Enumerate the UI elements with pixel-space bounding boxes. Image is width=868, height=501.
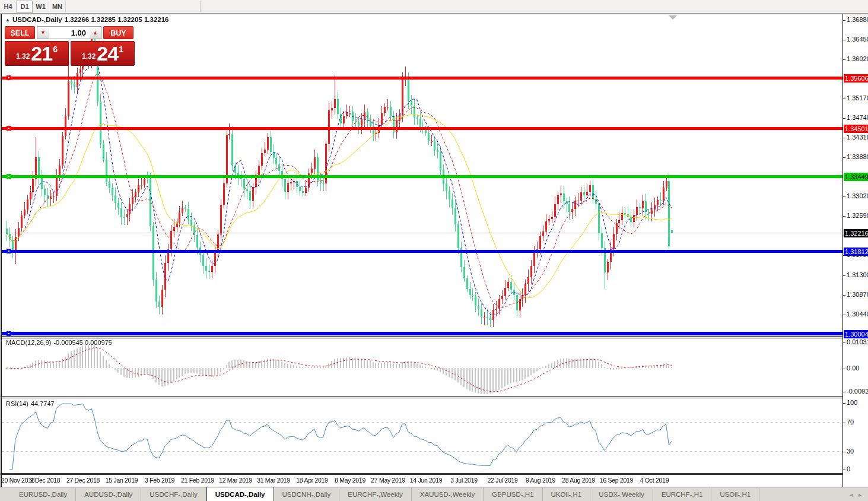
rsi-tick-mark [843,423,845,423]
date-tick-label: 9 Aug 2019 [521,477,560,484]
timeframe-button-h4[interactable]: H4 [0,1,17,12]
volume-input[interactable] [49,26,90,39]
date-tick-label: 9 Dec 2018 [26,477,65,484]
sell-price-big: 21 [31,42,52,65]
hline-price-label: 1.35606 [844,74,868,83]
tab-usdxweekly[interactable]: USDX-,Weekly [590,488,653,501]
date-tick-label: 15 Jan 2019 [102,477,141,484]
date-tick-label: 22 Jul 2019 [483,477,522,484]
chart-tabs: EURUSD-,DailyAUDUSD-,DailyUSDCHF-,DailyU… [0,487,759,501]
price-chart-canvas[interactable] [0,14,842,487]
rsi-indicator-label: RSI(14)44.7747 [6,400,57,407]
rsi-tick-label: 30 [847,448,854,455]
price-tick-mark [843,59,845,60]
timeframe-button-w1[interactable]: W1 [33,1,49,12]
date-tick-label: 28 Aug 2019 [559,477,598,484]
macd-tick-label: -0.009203 [847,388,868,395]
price-tick-label: 1.36880 [847,16,868,23]
price-tick-mark [843,118,845,119]
tab-gbpusdh1[interactable]: GBPUSD-,H1 [484,488,542,501]
tab-ukoilh1[interactable]: UKOil-,H1 [543,488,591,501]
sell-price-sup: 6 [53,45,58,54]
macd-tick-mark [843,369,845,369]
sell-price-prefix: 1.32 [16,52,30,61]
tab-xauusdweekly[interactable]: XAUUSD-,Weekly [412,488,484,501]
price-tick-label: 1.36020 [847,55,868,62]
date-tick-label: 3 Feb 2019 [140,477,179,484]
rsi-tick-label: 100 [847,399,857,406]
rsi-tick-mark [843,452,845,452]
date-tick-label: 16 Sep 2019 [597,477,636,484]
date-tick-label: 27 Dec 2018 [63,477,103,484]
price-tick-label: 1.32590 [847,212,868,219]
date-tick-label: 18 Apr 2019 [292,477,332,484]
tab-audusddaily[interactable]: AUDUSD-,Daily [76,488,141,501]
price-tick-label: 1.30870 [847,291,868,298]
one-click-trading-panel: SELL ▼ ▲ BUY 1.32 21 6 1.32 24 1 [5,26,135,66]
date-tick-label: 21 Feb 2019 [178,477,217,484]
timeframe-button-d1[interactable]: D1 [17,1,33,13]
volume-increase-icon[interactable]: ▲ [90,26,101,39]
price-tick-mark [843,20,845,21]
tab-eurchfh1[interactable]: EURCHF-,H1 [653,488,712,501]
chart-header: ▲USDCAD-,Daily1.32266 1.32285 1.32205 1.… [5,16,171,23]
hline-price-label: 1.30004 [844,330,868,338]
price-tick-mark [843,99,845,99]
hline-price-label: 1.33449 [844,173,868,181]
hline-price-label: 1.31812 [844,248,868,256]
price-tick-label: 1.30440 [847,310,868,318]
macd-indicator-label: MACD(12,26,9)-0.000545 0.000975 [6,339,115,346]
chart-symbol-title: USDCAD-,Daily [12,16,62,23]
macd-tick-label: 0.00 [847,364,859,372]
price-tick-mark [843,40,845,40]
price-tick-mark [843,157,845,158]
macd-tick-mark [843,343,845,343]
volume-decrease-icon[interactable]: ▼ [37,26,49,39]
tab-scroll-right-icon[interactable]: ▸ [856,492,864,498]
chart-ohlc-quote: 1.32266 1.32285 1.32205 1.32216 [65,16,169,23]
tab-eurchfweekly[interactable]: EURCHF-,Weekly [339,488,411,501]
price-tick-mark [843,216,845,217]
price-tick-mark [843,315,845,315]
macd-tick-mark [843,392,845,392]
price-tick-label: 1.33880 [847,153,868,160]
price-tick-label: 1.31300 [847,271,868,278]
tab-usoilh1[interactable]: USOil-,H1 [711,488,759,501]
date-tick-label: 12 Mar 2019 [216,477,255,484]
sell-button[interactable]: SELL [5,26,35,39]
price-tick-label: 1.34740 [847,114,868,121]
tab-usdchfdaily[interactable]: USDCHF-,Daily [141,488,206,501]
rsi-name: RSI(14) [6,400,28,407]
sell-price-box[interactable]: 1.32 21 6 [5,41,69,66]
trading-terminal-window: H4D1W1MN ▲USDCAD-,Daily1.32266 1.32285 1… [0,0,868,501]
rsi-tick-mark [843,470,845,470]
price-tick-mark [843,295,845,296]
rsi-value: 44.7747 [31,400,55,407]
price-tick-label: 1.35170 [847,94,868,102]
buy-price-box[interactable]: 1.32 24 1 [71,41,135,66]
price-tick-label: 1.34310 [847,134,868,141]
macd-name: MACD(12,26,9) [6,339,51,346]
price-tick-mark [843,196,845,197]
date-tick-label: 27 May 2019 [368,477,408,484]
date-tick-label: 8 May 2019 [330,477,370,484]
date-tick-label: 3 Jul 2019 [444,477,484,484]
timeframe-button-mn[interactable]: MN [49,1,66,12]
buy-price-big: 24 [97,42,118,65]
tab-eurusddaily[interactable]: EURUSD-,Daily [11,488,76,501]
tab-scroll-nav: ◂ ▸ [847,487,864,501]
price-axis[interactable]: 1.368801.364501.360201.351701.347401.343… [842,14,868,487]
collapse-triangle-icon[interactable]: ▲ [5,17,10,23]
tab-usdcaddaily[interactable]: USDCAD-,Daily [206,487,274,501]
buy-price-sup: 1 [119,45,123,54]
date-tick-label: 14 Jun 2019 [406,477,446,484]
tab-usdcnhdaily[interactable]: USDCNH-,Daily [274,488,340,501]
date-tick-label: 31 Mar 2019 [254,477,293,484]
tab-scroll-left-icon[interactable]: ◂ [847,492,856,498]
price-tick-mark [843,138,845,138]
buy-button[interactable]: BUY [103,26,133,39]
price-tick-label: 1.36450 [847,36,868,43]
timeframe-toolbar: H4D1W1MN [0,0,868,14]
price-tick-label: 1.33020 [847,192,868,199]
hline-price-label: 1.34501 [844,125,868,133]
